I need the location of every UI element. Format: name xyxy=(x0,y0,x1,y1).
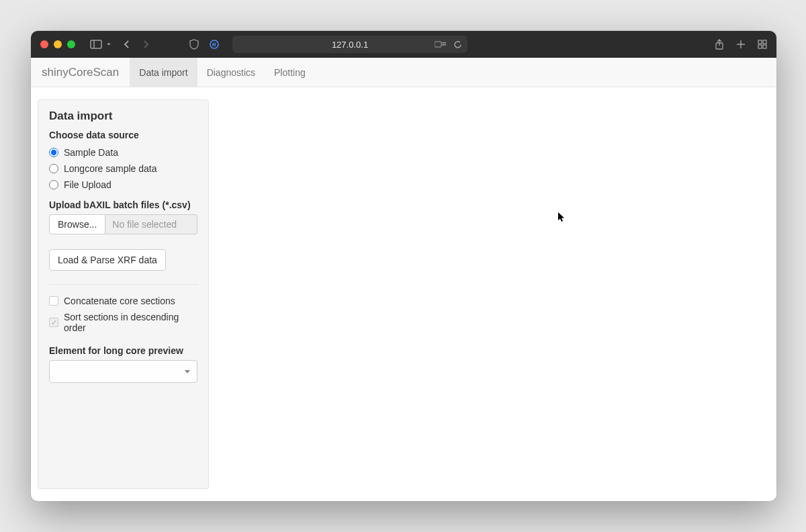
chevron-down-icon xyxy=(185,370,190,373)
svg-rect-13 xyxy=(763,45,766,48)
radio-file-upload-input[interactable] xyxy=(49,180,58,189)
radio-label: File Upload xyxy=(64,179,111,190)
load-parse-button[interactable]: Load & Parse XRF data xyxy=(49,249,166,271)
checkbox-label: Sort sections in descending order xyxy=(64,312,197,333)
share-icon[interactable] xyxy=(715,39,724,50)
radio-label: Longcore sample data xyxy=(64,163,157,174)
radio-longcore-input[interactable] xyxy=(49,164,58,173)
reload-icon[interactable] xyxy=(453,40,462,49)
browser-titlebar: R 127.0.0.1 xyxy=(31,31,776,58)
svg-rect-11 xyxy=(763,40,766,44)
divider xyxy=(49,284,197,285)
sidebar-title: Data import xyxy=(49,109,197,123)
back-button[interactable] xyxy=(124,40,130,49)
radio-longcore-sample[interactable]: Longcore sample data xyxy=(49,161,197,177)
radio-sample-data[interactable]: Sample Data xyxy=(49,144,197,161)
address-bar[interactable]: 127.0.0.1 xyxy=(232,36,467,53)
app-navbar: shinyCoreScan Data import Diagnostics Pl… xyxy=(31,58,776,87)
upload-label: Upload bAXIL batch files (*.csv) xyxy=(49,200,197,210)
svg-rect-6 xyxy=(442,44,446,46)
traffic-lights xyxy=(40,40,75,48)
svg-rect-10 xyxy=(758,40,762,44)
svg-text:R: R xyxy=(212,42,216,48)
file-status: No file selected xyxy=(105,214,197,234)
checkbox-concatenate[interactable]: Concatenate core sections xyxy=(49,293,197,309)
app-content: Data import Choose data source Sample Da… xyxy=(31,87,776,501)
radio-label: Sample Data xyxy=(64,147,118,158)
forward-button xyxy=(142,40,149,49)
svg-rect-0 xyxy=(91,40,101,48)
tab-diagnostics[interactable]: Diagnostics xyxy=(197,58,265,87)
source-label: Choose data source xyxy=(49,130,197,140)
tab-plotting[interactable]: Plotting xyxy=(265,58,315,87)
checkbox-sort-desc[interactable]: Sort sections in descending order xyxy=(49,309,197,336)
svg-rect-4 xyxy=(435,42,441,47)
checkbox-concatenate-box[interactable] xyxy=(49,296,58,306)
preview-label: Element for long core preview xyxy=(49,345,197,356)
reader-icon[interactable] xyxy=(435,40,447,48)
shield-icon[interactable] xyxy=(189,39,199,50)
new-tab-icon[interactable] xyxy=(736,40,746,49)
browser-window: R 127.0.0.1 xyxy=(31,31,776,501)
file-input-group: Browse... No file selected xyxy=(49,214,197,234)
site-badge-icon[interactable]: R xyxy=(208,38,220,50)
svg-rect-12 xyxy=(758,45,762,48)
address-url: 127.0.0.1 xyxy=(332,40,368,50)
tab-data-import[interactable]: Data import xyxy=(130,58,197,87)
browse-button[interactable]: Browse... xyxy=(49,214,105,234)
radio-file-upload[interactable]: File Upload xyxy=(49,177,197,193)
maximize-window-button[interactable] xyxy=(67,40,75,48)
svg-rect-5 xyxy=(442,42,446,44)
sidebar-toggle-icon[interactable] xyxy=(90,40,102,49)
minimize-window-button[interactable] xyxy=(54,40,62,48)
cursor-icon xyxy=(558,212,566,223)
sidebar-panel: Data import Choose data source Sample Da… xyxy=(38,99,209,489)
app-brand: shinyCoreScan xyxy=(31,58,130,87)
checkbox-sort-box[interactable] xyxy=(49,318,58,327)
radio-sample-data-input[interactable] xyxy=(49,148,58,157)
chevron-down-icon[interactable] xyxy=(106,42,111,47)
checkbox-label: Concatenate core sections xyxy=(64,296,175,306)
element-preview-select[interactable] xyxy=(49,360,197,383)
close-window-button[interactable] xyxy=(40,40,48,48)
tabs-overview-icon[interactable] xyxy=(758,40,767,49)
